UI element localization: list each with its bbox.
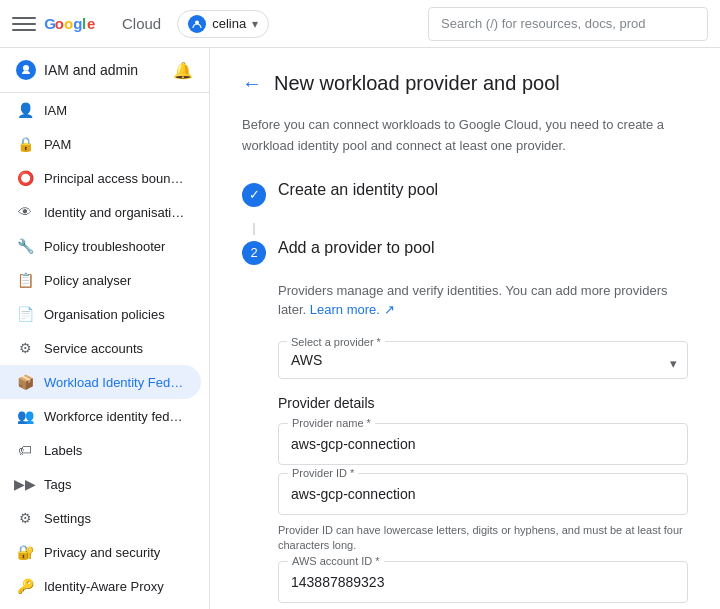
sidebar-icon-privacy-security: 🔐 bbox=[16, 543, 34, 561]
sidebar-item-privacy-security[interactable]: 🔐Privacy and security bbox=[0, 535, 201, 569]
step1-title: Create an identity pool bbox=[278, 181, 438, 199]
svg-text:e: e bbox=[87, 15, 95, 32]
sidebar-icon-settings: ⚙ bbox=[16, 509, 34, 527]
sidebar-icon-tags: ▶▶ bbox=[16, 475, 34, 493]
sidebar-header: IAM and admin 🔔 bbox=[0, 48, 209, 93]
step1-number: ✓ bbox=[242, 183, 266, 207]
sidebar-item-iam[interactable]: 👤IAM bbox=[0, 93, 201, 127]
sidebar-item-policy-troubleshooter[interactable]: 🔧Policy troubleshooter bbox=[0, 229, 201, 263]
sidebar-item-roles[interactable]: 🛡Roles bbox=[0, 603, 201, 609]
sidebar-icon-principal-access: ⭕ bbox=[16, 169, 34, 187]
account-name: celina bbox=[212, 16, 246, 31]
sidebar-label-principal-access: Principal access boundary bbox=[44, 171, 185, 186]
step1: ✓ Create an identity pool bbox=[242, 181, 688, 207]
sidebar-label-org-policies: Organisation policies bbox=[44, 307, 165, 322]
sidebar-icon-policy-troubleshooter: 🔧 bbox=[16, 237, 34, 255]
main-layout: IAM and admin 🔔 👤IAM🔒PAM⭕Principal acces… bbox=[0, 48, 720, 609]
svg-text:o: o bbox=[64, 15, 73, 32]
hamburger-menu[interactable] bbox=[12, 12, 36, 36]
account-dropdown-icon[interactable]: ▾ bbox=[252, 17, 258, 31]
learn-more-link[interactable]: Learn more. ↗ bbox=[310, 302, 395, 317]
provider-select-group: Select a provider * AWS OpenID Connect (… bbox=[278, 336, 688, 379]
sidebar-item-workload-identity[interactable]: 📦Workload Identity Federati... bbox=[0, 365, 201, 399]
sidebar: IAM and admin 🔔 👤IAM🔒PAM⭕Principal acces… bbox=[0, 48, 210, 609]
notification-bell-icon[interactable]: 🔔 bbox=[173, 61, 193, 80]
provider-details-title: Provider details bbox=[278, 395, 688, 411]
step1-checkmark: ✓ bbox=[249, 187, 260, 202]
svg-text:l: l bbox=[82, 15, 86, 32]
provider-name-label: Provider name * bbox=[288, 417, 375, 429]
sidebar-icon-identity-aware-proxy: 🔑 bbox=[16, 577, 34, 595]
provider-select[interactable]: AWS OpenID Connect (OIDC) SAML bbox=[279, 348, 687, 378]
sidebar-item-labels[interactable]: 🏷Labels bbox=[0, 433, 201, 467]
sidebar-icon-identity-org: 👁 bbox=[16, 203, 34, 221]
sidebar-item-workforce-identity[interactable]: 👥Workforce identity federat... bbox=[0, 399, 201, 433]
sidebar-item-org-policies[interactable]: 📄Organisation policies bbox=[0, 297, 201, 331]
step2-number: 2 bbox=[242, 241, 266, 265]
sidebar-item-tags[interactable]: ▶▶Tags bbox=[0, 467, 201, 501]
svg-text:g: g bbox=[73, 15, 82, 32]
step2-number-label: 2 bbox=[250, 245, 257, 260]
account-avatar bbox=[188, 15, 206, 33]
sidebar-icon-org-policies: 📄 bbox=[16, 305, 34, 323]
sidebar-label-identity-aware-proxy: Identity-Aware Proxy bbox=[44, 579, 164, 594]
content-area: ← New workload provider and pool Before … bbox=[210, 48, 720, 609]
account-selector[interactable]: celina ▾ bbox=[177, 10, 269, 38]
sidebar-items: 👤IAM🔒PAM⭕Principal access boundary👁Ident… bbox=[0, 93, 209, 609]
sidebar-item-settings[interactable]: ⚙Settings bbox=[0, 501, 201, 535]
content-header: ← New workload provider and pool bbox=[242, 72, 688, 95]
sidebar-item-pam[interactable]: 🔒PAM bbox=[0, 127, 201, 161]
sidebar-label-privacy-security: Privacy and security bbox=[44, 545, 160, 560]
iam-admin-icon bbox=[16, 60, 36, 80]
sidebar-item-principal-access[interactable]: ⭕Principal access boundary bbox=[0, 161, 201, 195]
step-divider bbox=[253, 223, 255, 235]
sidebar-label-service-accounts: Service accounts bbox=[44, 341, 143, 356]
step2-header: 2 Add a provider to pool bbox=[242, 239, 688, 265]
sidebar-icon-pam: 🔒 bbox=[16, 135, 34, 153]
sidebar-label-identity-org: Identity and organisation bbox=[44, 205, 185, 220]
provider-name-field: Provider name * bbox=[278, 423, 688, 465]
sidebar-title: IAM and admin bbox=[44, 62, 138, 78]
sidebar-item-identity-aware-proxy[interactable]: 🔑Identity-Aware Proxy bbox=[0, 569, 201, 603]
cloud-text: Cloud bbox=[122, 15, 161, 32]
provider-id-hint: Provider ID can have lowercase letters, … bbox=[278, 523, 688, 554]
sidebar-label-labels: Labels bbox=[44, 443, 82, 458]
back-button[interactable]: ← bbox=[242, 72, 262, 95]
sidebar-label-policy-analyser: Policy analyser bbox=[44, 273, 131, 288]
provider-name-input[interactable] bbox=[278, 423, 688, 465]
sidebar-label-workforce-identity: Workforce identity federat... bbox=[44, 409, 185, 424]
sidebar-item-policy-analyser[interactable]: 📋Policy analyser bbox=[0, 263, 201, 297]
sidebar-label-iam: IAM bbox=[44, 103, 67, 118]
sidebar-item-identity-org[interactable]: 👁Identity and organisation bbox=[0, 195, 201, 229]
intro-text: Before you can connect workloads to Goog… bbox=[242, 115, 688, 157]
sidebar-label-settings: Settings bbox=[44, 511, 91, 526]
step2-content: Providers manage and verify identities. … bbox=[278, 281, 688, 609]
sidebar-label-workload-identity: Workload Identity Federati... bbox=[44, 375, 185, 390]
svg-text:o: o bbox=[55, 15, 64, 32]
aws-account-label: AWS account ID * bbox=[288, 555, 384, 567]
aws-account-field: AWS account ID * bbox=[278, 561, 688, 603]
topbar: G o o g l e Cloud celina ▾ Search (/) fo… bbox=[0, 0, 720, 48]
search-bar[interactable]: Search (/) for resources, docs, prod bbox=[428, 7, 708, 41]
sidebar-label-tags: Tags bbox=[44, 477, 71, 492]
provider-select-label: Select a provider * bbox=[287, 336, 385, 348]
aws-account-input[interactable] bbox=[278, 561, 688, 603]
provider-id-label: Provider ID * bbox=[288, 467, 358, 479]
step2-description: Providers manage and verify identities. … bbox=[278, 281, 688, 320]
sidebar-item-service-accounts[interactable]: ⚙Service accounts bbox=[0, 331, 201, 365]
sidebar-icon-iam: 👤 bbox=[16, 101, 34, 119]
sidebar-icon-workforce-identity: 👥 bbox=[16, 407, 34, 425]
provider-id-field: Provider ID * bbox=[278, 473, 688, 515]
sidebar-icon-workload-identity: 📦 bbox=[16, 373, 34, 391]
sidebar-label-pam: PAM bbox=[44, 137, 71, 152]
search-placeholder: Search (/) for resources, docs, prod bbox=[441, 16, 645, 31]
step2-title: Add a provider to pool bbox=[278, 239, 435, 257]
sidebar-label-policy-troubleshooter: Policy troubleshooter bbox=[44, 239, 165, 254]
google-cloud-logo: G o o g l e Cloud bbox=[44, 13, 161, 35]
provider-id-input[interactable] bbox=[278, 473, 688, 515]
sidebar-icon-labels: 🏷 bbox=[16, 441, 34, 459]
page-title: New workload provider and pool bbox=[274, 72, 560, 95]
sidebar-icon-policy-analyser: 📋 bbox=[16, 271, 34, 289]
sidebar-icon-service-accounts: ⚙ bbox=[16, 339, 34, 357]
provider-select-wrapper: Select a provider * AWS OpenID Connect (… bbox=[278, 336, 688, 379]
